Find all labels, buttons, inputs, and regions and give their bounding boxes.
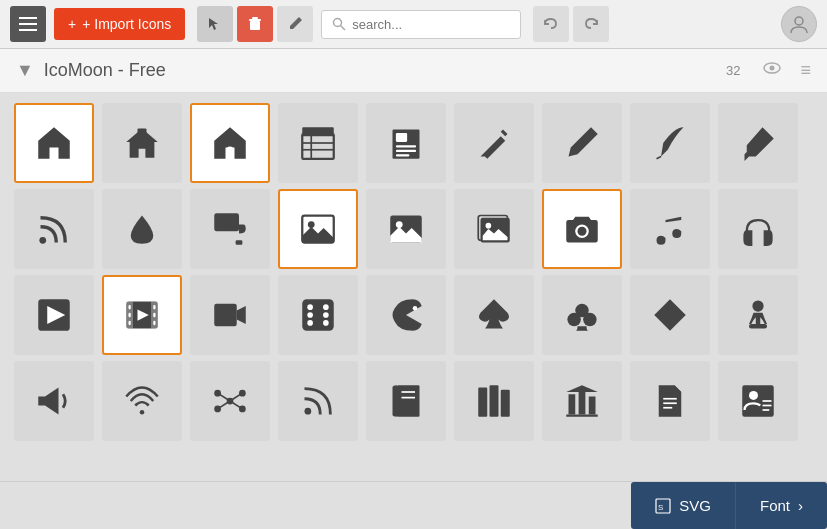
search-icon (332, 17, 346, 31)
icon-cell-connection[interactable] (190, 361, 270, 441)
svg-line-65 (230, 393, 242, 401)
icon-cell-newspaper[interactable] (366, 103, 446, 183)
svg-line-4 (341, 26, 346, 31)
svg-rect-78 (589, 397, 596, 415)
icon-grid (14, 103, 813, 441)
icon-cell-feed2[interactable] (278, 361, 358, 441)
svg-point-83 (749, 391, 758, 400)
svg-point-21 (39, 237, 46, 244)
svg-export-button[interactable]: S SVG (631, 482, 735, 529)
icon-cell-quill[interactable] (630, 103, 710, 183)
svg-rect-22 (214, 213, 239, 231)
svg-point-58 (140, 410, 145, 415)
edit-tool-button[interactable] (277, 6, 313, 42)
icon-cell-home3[interactable] (190, 103, 270, 183)
icon-cell-feed[interactable] (14, 189, 94, 269)
icon-cell-clubs[interactable] (542, 275, 622, 355)
arrow-right-icon: › (798, 497, 803, 514)
collapse-chevron-icon[interactable]: ▼ (16, 60, 34, 81)
svg-rect-11 (302, 127, 334, 136)
font-export-button[interactable]: Font › (735, 482, 827, 529)
icon-count: 32 (726, 63, 740, 78)
redo-button[interactable] (573, 6, 609, 42)
icon-cell-profile[interactable] (718, 361, 798, 441)
svg-label: SVG (679, 497, 711, 514)
svg-point-47 (323, 304, 329, 310)
delete-tool-button[interactable] (237, 6, 273, 42)
svg-line-67 (230, 401, 242, 409)
icon-cell-bullhorn[interactable] (14, 361, 94, 441)
icon-cell-wifi[interactable] (102, 361, 182, 441)
iconset-title: IcoMoon - Free (44, 60, 716, 81)
import-icons-button[interactable]: + + Import Icons (54, 8, 185, 40)
svg-line-64 (218, 393, 230, 401)
cursor-icon (207, 16, 223, 32)
history-group (533, 6, 609, 42)
icon-cell-file-text[interactable] (630, 361, 710, 441)
icon-cell-pencil2[interactable] (542, 103, 622, 183)
icon-cell-images[interactable] (454, 189, 534, 269)
icon-cell-pencil[interactable] (454, 103, 534, 183)
icon-cell-diamonds[interactable] (630, 275, 710, 355)
svg-rect-16 (396, 133, 407, 142)
svg-line-66 (218, 401, 230, 409)
svg-point-3 (334, 19, 342, 27)
search-input[interactable] (352, 17, 502, 32)
icon-cell-pacman[interactable] (366, 275, 446, 355)
icon-cell-video-camera[interactable] (190, 275, 270, 355)
svg-text:S: S (658, 503, 663, 512)
font-label: Font (760, 497, 790, 514)
svg-rect-10 (302, 134, 334, 159)
icon-cell-image2[interactable] (366, 189, 446, 269)
icon-cell-spades[interactable] (454, 275, 534, 355)
svg-rect-74 (501, 390, 510, 417)
iconset-menu-icon[interactable]: ≡ (800, 60, 811, 81)
icon-cell-pen[interactable] (718, 103, 798, 183)
icon-cell-paint-format[interactable] (190, 189, 270, 269)
eye-icon (762, 58, 782, 78)
icon-cell-play[interactable] (14, 275, 94, 355)
svg-icon: S (655, 498, 671, 514)
icon-cell-droplet[interactable] (102, 189, 182, 269)
icon-cell-book[interactable] (366, 361, 446, 441)
undo-button[interactable] (533, 6, 569, 42)
svg-point-50 (307, 320, 313, 326)
pencil-icon (287, 16, 303, 32)
svg-line-20 (657, 157, 662, 159)
svg-rect-72 (478, 388, 487, 417)
menu-line (19, 17, 37, 19)
svg-rect-41 (129, 321, 131, 326)
icon-cell-office[interactable] (278, 103, 358, 183)
icon-cell-pawn[interactable] (718, 275, 798, 355)
icon-cell-library[interactable] (542, 361, 622, 441)
svg-rect-19 (396, 154, 410, 156)
undo-icon (542, 15, 560, 33)
svg-point-32 (578, 227, 587, 236)
icon-cell-books[interactable] (454, 361, 534, 441)
svg-rect-40 (129, 313, 131, 318)
select-tool-button[interactable] (197, 6, 233, 42)
svg-rect-2 (252, 17, 258, 19)
menu-button[interactable] (10, 6, 46, 42)
bottom-bar: S SVG Font › (0, 481, 827, 529)
bottom-spacer (0, 482, 631, 529)
svg-rect-8 (138, 128, 147, 137)
svg-rect-23 (236, 240, 243, 245)
tool-group (197, 6, 313, 42)
import-label: + Import Icons (82, 16, 171, 32)
icon-cell-home1[interactable] (14, 103, 94, 183)
view-toggle-icon[interactable] (762, 58, 782, 83)
svg-rect-18 (396, 150, 416, 152)
svg-rect-69 (397, 385, 420, 417)
user-icon (788, 13, 810, 35)
icon-cell-home2[interactable] (102, 103, 182, 183)
icon-cell-camera[interactable] (542, 189, 622, 269)
icon-cell-image[interactable] (278, 189, 358, 269)
svg-point-9 (227, 146, 234, 153)
icon-cell-headphones[interactable] (718, 189, 798, 269)
icon-cell-film[interactable] (102, 275, 182, 355)
icon-cell-music[interactable] (630, 189, 710, 269)
svg-rect-33 (745, 231, 752, 245)
icon-cell-dice[interactable] (278, 275, 358, 355)
avatar[interactable] (781, 6, 817, 42)
